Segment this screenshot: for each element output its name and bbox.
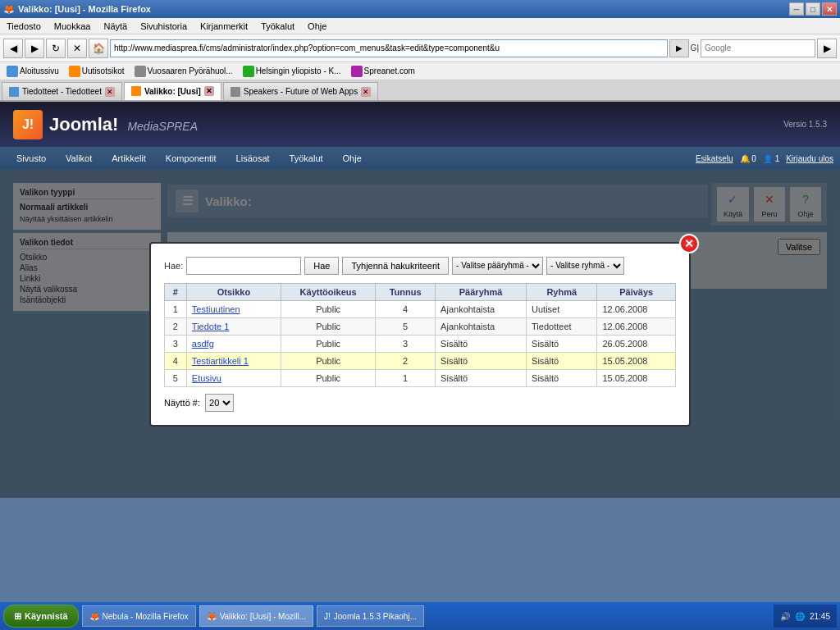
table-row[interactable]: 3 asdfg Public 3 Sisältö Sisältö 26.05.2… [165, 335, 676, 352]
bookmark-icon [7, 66, 18, 77]
joomla-body: Valikon tyyppi Normaali artikkeli Näyttä… [0, 170, 840, 498]
modal-search-input[interactable] [186, 257, 301, 275]
taskbar-right: 🔊 🌐 21:45 [774, 605, 837, 628]
menu-ohje[interactable]: Ohje [304, 18, 330, 34]
nav-sivusto[interactable]: Sivusto [7, 147, 56, 170]
per-page-select[interactable]: 20 [205, 394, 234, 412]
nav-lisaosat[interactable]: Lisäosat [226, 147, 280, 170]
taskbar-icon-2: 🌐 [795, 612, 805, 621]
start-button[interactable]: ⊞ Käynnistä [3, 605, 79, 628]
nav-artikkelit[interactable]: Artikkelit [102, 147, 156, 170]
logout-link[interactable]: Kirjaudu ulos [786, 154, 833, 163]
col-access[interactable]: Käyttöoikeus [281, 283, 376, 300]
cell-main-group: Sisältö [436, 335, 527, 352]
cell-num: 5 [165, 369, 187, 386]
cell-group: Sisältö [527, 352, 597, 369]
search-engine-label: G| [691, 43, 699, 52]
modal-main-group-filter[interactable]: - Valitse pääryhmä - [452, 257, 543, 275]
go-button[interactable]: ▶ [669, 39, 689, 57]
col-group[interactable]: Ryhmä [527, 283, 597, 300]
nav-komponentit[interactable]: Komponentit [156, 147, 226, 170]
tab-speakers[interactable]: Speakers - Future of Web Apps ✕ [223, 82, 378, 100]
cell-title[interactable]: asdfg [186, 335, 281, 352]
cell-num: 4 [165, 352, 187, 369]
cell-main-group: Sisältö [436, 352, 527, 369]
cell-id: 4 [376, 300, 436, 317]
tab-icon-speakers [231, 87, 240, 97]
address-bar[interactable] [110, 39, 668, 57]
modal-search-button[interactable]: Hae [304, 257, 339, 275]
bookmark-icon-5 [351, 66, 363, 77]
menu-muokkaa[interactable]: Muokkaa [51, 18, 94, 34]
search-go-button[interactable]: ▶ [817, 39, 837, 58]
minimize-button[interactable]: ─ [789, 2, 804, 16]
cell-title[interactable]: Testiuutinen [186, 300, 281, 317]
maximize-button[interactable]: □ [806, 2, 820, 16]
taskbar-valikko-icon: 🦊 [207, 612, 217, 621]
taskbar-joomla[interactable]: J! Joomla 1.5.3 Pikaohj... [317, 605, 424, 627]
nav-ohje[interactable]: Ohje [333, 147, 372, 170]
col-date[interactable]: Päiväys [597, 283, 676, 300]
nav-valikot[interactable]: Valikot [56, 147, 102, 170]
joomla-nav: Sivusto Valikot Artikkelit Komponentit L… [0, 147, 840, 170]
menu-nayta[interactable]: Näytä [100, 18, 130, 34]
nav-tyokalut[interactable]: Työkalut [280, 147, 333, 170]
close-button[interactable]: ✕ [822, 2, 837, 16]
menu-kirjanmerkit[interactable]: Kirjanmerkit [197, 18, 251, 34]
cell-access: Public [281, 300, 376, 317]
table-row[interactable]: 5 Etusivu Public 1 Sisältö Sisältö 15.05… [165, 369, 676, 386]
bookmark-aloitussivu[interactable]: Aloitussivu [3, 64, 62, 79]
article-table: # Otsikko Käyttöoikeus Tunnus Pääryhmä R… [164, 283, 676, 387]
bookmark-icon-4 [243, 66, 254, 77]
modal-group-filter[interactable]: - Valitse ryhmä - [546, 257, 624, 275]
cell-access: Public [281, 335, 376, 352]
tab-tiedotteet[interactable]: Tiedotteet - Tiedotteet ✕ [2, 82, 122, 100]
esikatselu-link[interactable]: Esikatselu [696, 154, 733, 163]
menu-sivuhistoria[interactable]: Sivuhistoria [137, 18, 190, 34]
windows-logo: ⊞ [14, 611, 21, 622]
modal-close-button[interactable]: ✕ [679, 234, 699, 253]
stop-button[interactable]: ✕ [67, 39, 87, 58]
cell-title[interactable]: Tiedote 1 [186, 317, 281, 335]
cell-date: 26.05.2008 [597, 335, 676, 352]
table-row[interactable]: 2 Tiedote 1 Public 5 Ajankohtaista Tiedo… [165, 317, 676, 335]
tab-close-tiedotteet[interactable]: ✕ [105, 87, 115, 97]
col-main-group[interactable]: Pääryhmä [436, 283, 527, 300]
bookmark-uutisotsikot[interactable]: Uutisotsikot [66, 64, 128, 79]
table-row[interactable]: 4 Testiartikkeli 1 Public 2 Sisältö Sisä… [165, 352, 676, 369]
cell-title[interactable]: Testiartikkeli 1 [186, 352, 281, 369]
cell-date: 12.06.2008 [597, 317, 676, 335]
col-tunnus[interactable]: Tunnus [376, 283, 436, 300]
menu-tyokalut[interactable]: Työkalut [258, 18, 298, 34]
modal-reset-button[interactable]: Tyhjennä hakukriteerit [342, 257, 449, 275]
bookmark-spreanet[interactable]: Spreanet.com [348, 64, 418, 79]
cell-title[interactable]: Etusivu [186, 369, 281, 386]
title-bar: 🦊 Valikko: [Uusi] - Mozilla Firefox ─ □ … [0, 0, 840, 18]
cell-group: Sisältö [527, 369, 597, 386]
forward-button[interactable]: ▶ [25, 39, 44, 58]
window-title: Valikko: [Uusi] - Mozilla Firefox [18, 4, 151, 14]
cell-access: Public [281, 317, 376, 335]
modal-search-row: Hae: Hae Tyhjennä hakukriteerit - Valits… [164, 257, 676, 275]
col-otsikko[interactable]: Otsikko [186, 283, 281, 300]
tab-close-valikko[interactable]: ✕ [204, 86, 214, 96]
home-button[interactable]: 🏠 [89, 39, 108, 58]
tab-icon-tiedotteet [9, 87, 19, 97]
tab-close-speakers[interactable]: ✕ [361, 87, 371, 97]
back-button[interactable]: ◀ [3, 39, 23, 58]
bookmark-vuosaaren[interactable]: Vuosaaren Pyörähuol... [131, 64, 236, 79]
table-row[interactable]: 1 Testiuutinen Public 4 Ajankohtaista Uu… [165, 300, 676, 317]
browser-toolbar: ◀ ▶ ↻ ✕ 🏠 ▶ G| ▶ [0, 34, 840, 62]
tabs-bar: Tiedotteet - Tiedotteet ✕ Valikko: [Uusi… [0, 80, 840, 102]
taskbar-valikko[interactable]: 🦊 Valikko: [Uusi] - Mozill... [199, 605, 313, 627]
taskbar-nebula[interactable]: 🦊 Nebula - Mozilla Firefox [82, 605, 196, 627]
bookmark-helsingin[interactable]: Helsingin yliopisto - K... [240, 64, 345, 79]
joomla-version: Versio 1.5.3 [783, 120, 827, 129]
tab-valikko[interactable]: Valikko: [Uusi] ✕ [124, 82, 221, 100]
cell-main-group: Ajankohtaista [436, 300, 527, 317]
search-input[interactable] [701, 39, 815, 57]
refresh-button[interactable]: ↻ [46, 39, 66, 58]
cell-id: 1 [376, 369, 436, 386]
taskbar-left: ⊞ Käynnistä 🦊 Nebula - Mozilla Firefox 🦊… [3, 605, 424, 628]
menu-tiedosto[interactable]: Tiedosto [3, 18, 44, 34]
